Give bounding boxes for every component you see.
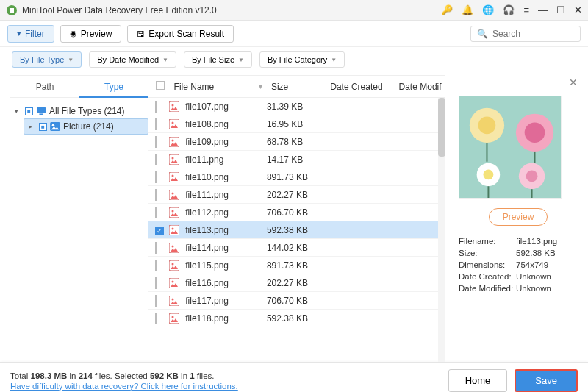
row-checkbox[interactable] — [155, 260, 157, 271]
row-checkbox[interactable] — [155, 101, 157, 113]
close-preview-icon[interactable]: ✕ — [569, 76, 578, 88]
scrollbar[interactable] — [438, 98, 445, 362]
meta-dim-key: Dimensions: — [459, 260, 516, 269]
scrollbar-thumb[interactable] — [438, 98, 445, 157]
preview-button[interactable]: ◉Preview — [60, 25, 122, 43]
row-checkbox[interactable] — [155, 207, 157, 218]
file-size: 16.95 KB — [267, 119, 326, 129]
collapse-icon[interactable]: ▾ — [15, 107, 22, 115]
chevron-down-icon: ▼ — [331, 57, 337, 63]
file-name: file116.png — [185, 278, 229, 288]
file-name: file110.png — [185, 172, 229, 182]
meta-dm-key: Date Modified: — [459, 284, 516, 293]
help-link[interactable]: Have difficulty with data recovery? Clic… — [10, 382, 238, 391]
close-icon[interactable]: ✕ — [574, 4, 582, 15]
expand-icon[interactable]: ▸ — [29, 123, 36, 130]
tree: ▾ ■ All File Types (214) ▸ ■ Picture (21… — [10, 98, 148, 140]
table-row[interactable]: file110.png891.73 KB — [148, 168, 445, 186]
row-checkbox[interactable] — [155, 171, 157, 183]
filter-button[interactable]: ▾Filter — [7, 25, 54, 43]
svg-point-10 — [172, 139, 174, 141]
file-size: 706.70 KB — [267, 296, 326, 306]
col-date-modified[interactable]: Date Modif — [395, 82, 442, 92]
row-checkbox[interactable] — [155, 154, 157, 165]
meta-filename-key: Filename: — [459, 237, 516, 246]
checkbox-partial[interactable]: ■ — [25, 107, 33, 115]
row-checkbox[interactable]: ✓ — [155, 227, 164, 235]
home-button[interactable]: Home — [448, 369, 508, 392]
chevron-down-icon: ▼ — [68, 57, 74, 63]
export-button[interactable]: 🖫Export Scan Result — [127, 25, 234, 43]
save-button[interactable]: Save — [514, 369, 578, 392]
filter-datemodified[interactable]: By Date Modified▼ — [89, 51, 176, 68]
table-row[interactable]: file109.png68.78 KB — [148, 133, 445, 151]
monitor-icon — [36, 107, 46, 115]
table-row[interactable]: file107.png31.39 KB — [148, 98, 445, 115]
file-size: 68.78 KB — [267, 137, 326, 147]
picture-icon — [50, 122, 60, 131]
row-checkbox[interactable] — [155, 118, 157, 130]
key-icon[interactable]: 🔑 — [441, 4, 453, 15]
headset-icon[interactable]: 🎧 — [503, 4, 514, 15]
table-row[interactable]: file11.png14.17 KB — [148, 151, 445, 168]
table-row[interactable]: file108.png16.95 KB — [148, 115, 445, 133]
svg-point-14 — [172, 174, 174, 177]
svg-point-6 — [172, 104, 174, 106]
svg-point-26 — [172, 280, 174, 282]
row-checkbox[interactable] — [155, 277, 157, 289]
chevron-down-icon: ▼ — [238, 57, 244, 63]
col-date-created[interactable]: Date Created — [326, 82, 394, 92]
preview-panel: ✕ Preview Filename:file113.png Size:592.… — [445, 75, 578, 362]
file-list: File Name▾ Size Date Created Date Modif … — [148, 75, 445, 362]
window-title: MiniTool Power Data Recovery Free Editio… — [22, 5, 441, 15]
meta-size-key: Size: — [459, 249, 516, 257]
toolbar: ▾Filter ◉Preview 🖫Export Scan Result 🔍 — [0, 21, 588, 47]
open-preview-button[interactable]: Preview — [489, 208, 548, 226]
checkbox-all[interactable] — [156, 81, 165, 90]
table-row[interactable]: ✓file113.png592.38 KB — [148, 221, 445, 239]
export-icon: 🖫 — [137, 29, 145, 38]
table-row[interactable]: file118.png592.38 KB — [148, 310, 445, 327]
file-size: 592.38 KB — [267, 313, 326, 324]
app-icon — [6, 4, 18, 16]
filter-filecategory[interactable]: By File Category▼ — [259, 51, 345, 68]
col-size[interactable]: Size — [267, 82, 326, 92]
search-box[interactable]: 🔍 — [470, 26, 581, 42]
menu-icon[interactable]: ≡ — [523, 4, 529, 15]
table-row[interactable]: file112.png706.70 KB — [148, 204, 445, 221]
search-input[interactable] — [492, 29, 574, 39]
tree-child-label: Picture (214) — [63, 121, 114, 132]
svg-point-22 — [172, 245, 174, 247]
file-name: file108.png — [185, 119, 229, 129]
file-list-body[interactable]: file107.png31.39 KBfile108.png16.95 KBfi… — [148, 98, 445, 333]
checkbox-partial[interactable]: ■ — [39, 123, 47, 131]
tree-root-label: All File Types (214) — [49, 106, 125, 116]
export-label: Export Scan Result — [148, 29, 224, 39]
titlebar-actions: 🔑 🔔 🌐 🎧 ≡ — ☐ ✕ — [441, 4, 582, 15]
tab-path[interactable]: Path — [10, 76, 79, 98]
svg-point-8 — [172, 121, 174, 124]
table-row[interactable]: file114.png144.02 KB — [148, 239, 445, 257]
row-checkbox[interactable] — [155, 189, 157, 201]
svg-point-24 — [172, 263, 174, 265]
row-checkbox[interactable] — [155, 313, 157, 324]
file-name: file115.png — [185, 260, 229, 271]
svg-rect-2 — [39, 113, 43, 115]
minimize-icon[interactable]: — — [538, 4, 548, 15]
maximize-icon[interactable]: ☐ — [556, 4, 565, 15]
globe-icon[interactable]: 🌐 — [482, 4, 494, 15]
filter-filetype[interactable]: By File Type▼ — [12, 51, 82, 68]
tree-root[interactable]: ▾ ■ All File Types (214) — [10, 104, 148, 118]
table-row[interactable]: file116.png202.27 KB — [148, 274, 445, 292]
tree-child[interactable]: ▸ ■ Picture (214) — [24, 118, 148, 135]
col-name[interactable]: File Name▾ — [170, 82, 267, 92]
tab-type[interactable]: Type — [79, 76, 148, 98]
row-checkbox[interactable] — [155, 242, 157, 254]
row-checkbox[interactable] — [155, 136, 157, 148]
row-checkbox[interactable] — [155, 295, 157, 307]
table-row[interactable]: file117.png706.70 KB — [148, 292, 445, 310]
filter-filesize[interactable]: By File Size▼ — [184, 51, 252, 68]
table-row[interactable]: file115.png891.73 KB — [148, 257, 445, 274]
bell-icon[interactable]: 🔔 — [462, 4, 473, 15]
table-row[interactable]: file111.png202.27 KB — [148, 186, 445, 204]
